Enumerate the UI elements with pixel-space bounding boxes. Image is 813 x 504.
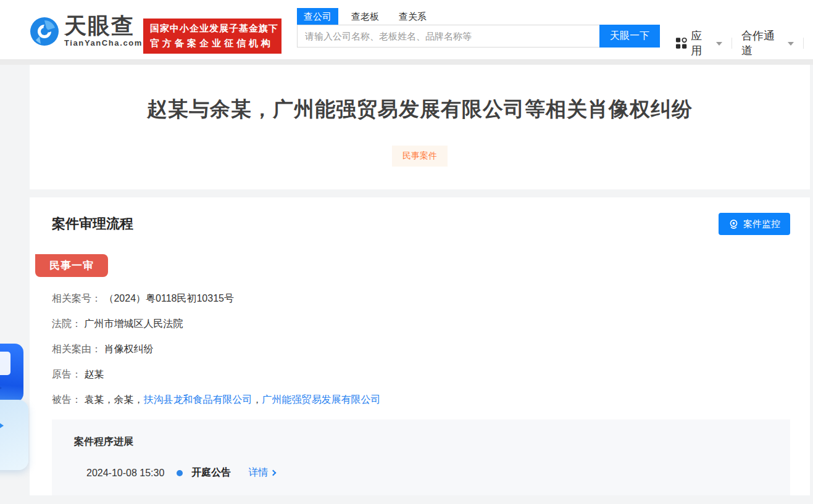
- field-cause: 相关案由： 肖像权纠纷: [52, 342, 810, 355]
- brand-certification-badge: 国家中小企业发展子基金旗下 官方备案企业征信机构: [143, 19, 281, 54]
- nav-apps[interactable]: 应用: [675, 28, 722, 58]
- logo-en: TianYanCha.com: [64, 38, 143, 48]
- nav-divider: [803, 38, 804, 49]
- header-search: 查公司 查老板 查关系 天眼一下: [297, 8, 660, 48]
- field-label: 原告：: [52, 369, 81, 379]
- case-monitor-button[interactable]: 案件监控: [719, 213, 790, 235]
- section-title: 案件审理流程: [52, 215, 133, 233]
- logo-text: 天眼查 TianYanCha.com: [64, 15, 143, 48]
- defendant-names: 袁某，余某，: [84, 394, 143, 405]
- search-input[interactable]: [297, 25, 599, 48]
- timeline-entry: 2024-10-08 15:30 开庭公告 详情: [86, 466, 790, 479]
- search-button[interactable]: 天眼一下: [599, 25, 660, 48]
- field-court: 法院： 广州市增城区人民法院: [52, 317, 810, 330]
- field-case-number: 相关案号： （2024）粤0118民初10315号: [52, 292, 810, 305]
- defendant-company-link-1[interactable]: 扶沟县龙和食品有限公司: [143, 394, 252, 405]
- nav-partner-channel[interactable]: 合作通道: [741, 28, 794, 58]
- banner-glyph: [0, 352, 10, 375]
- case-progress-panel: 案件程序进展 2024-10-08 15:30 开庭公告 详情: [52, 419, 790, 495]
- banner-shape: [0, 382, 2, 394]
- nav-partner-label: 合作通道: [741, 28, 784, 58]
- search-box: 天眼一下: [297, 25, 660, 48]
- case-type-badge: 民事案件: [392, 146, 448, 167]
- case-monitor-label: 案件监控: [743, 218, 780, 230]
- case-process-card: 案件审理流程 案件监控 民事一审 相关案号： （2024）粤0118民初1031…: [30, 197, 810, 495]
- field-value: 肖像权纠纷: [104, 344, 153, 354]
- monitor-camera-icon: [728, 219, 739, 229]
- brand-badge-line1: 国家中小企业发展子基金旗下: [150, 23, 275, 35]
- page-title: 赵某与余某，广州能强贸易发展有限公司等相关肖像权纠纷: [30, 65, 810, 123]
- defendant-separator: ，: [252, 394, 262, 405]
- case-title-card: 赵某与余某，广州能强贸易发展有限公司等相关肖像权纠纷 民事案件: [30, 65, 810, 189]
- field-label: 法院：: [52, 318, 81, 329]
- progress-title: 案件程序进展: [74, 436, 790, 448]
- chevron-right-icon: [270, 470, 277, 476]
- field-plaintiff: 原告： 赵某: [52, 368, 810, 381]
- tab-search-boss[interactable]: 查老板: [344, 8, 386, 25]
- logo-cn: 天眼查: [64, 15, 143, 37]
- timeline-dot-icon: [177, 470, 183, 476]
- chevron-down-icon: [788, 42, 794, 46]
- nav-divider: [732, 38, 732, 49]
- header-separator: [0, 59, 813, 65]
- field-defendant: 被告： 袁某，余某，扶沟县龙和食品有限公司，广州能强贸易发展有限公司: [52, 393, 810, 406]
- left-float-banner-bottom[interactable]: [0, 400, 28, 470]
- timeline-detail-link[interactable]: 详情: [248, 466, 275, 479]
- nav-apps-label: 应用: [691, 28, 712, 58]
- field-label: 被告：: [52, 394, 81, 405]
- field-value: 赵某: [84, 369, 104, 379]
- timeline-date: 2024-10-08 15:30: [86, 468, 164, 479]
- detail-link-label: 详情: [248, 466, 268, 479]
- field-value: 广州市增城区人民法院: [84, 318, 183, 329]
- brand-badge-line2: 官方备案企业征信机构: [150, 38, 275, 49]
- defendant-company-link-2[interactable]: 广州能强贸易发展有限公司: [262, 394, 380, 405]
- tab-search-relation[interactable]: 查关系: [392, 8, 433, 25]
- case-fields: 相关案号： （2024）粤0118民初10315号 法院： 广州市增城区人民法院…: [52, 292, 810, 406]
- stage-badge: 民事一审: [35, 254, 108, 277]
- field-value: （2024）粤0118民初10315号: [104, 293, 234, 304]
- chevron-down-icon: [716, 42, 722, 46]
- search-tabs: 查公司 查老板 查关系: [297, 8, 660, 25]
- tianyancha-logo[interactable]: 天眼查 TianYanCha.com: [30, 15, 143, 48]
- tianyancha-logo-icon: [30, 17, 59, 46]
- field-label: 相关案由：: [52, 344, 101, 354]
- timeline-event-type: 开庭公告: [191, 466, 231, 479]
- left-float-banner-top[interactable]: [0, 344, 23, 402]
- play-icon: [0, 419, 4, 432]
- section-header: 案件审理流程 案件监控: [30, 197, 810, 235]
- field-label: 相关案号：: [52, 293, 101, 304]
- top-header: 天眼查 TianYanCha.com 国家中小企业发展子基金旗下 官方备案企业征…: [0, 0, 813, 59]
- apps-grid-icon: [675, 37, 687, 49]
- tab-search-company[interactable]: 查公司: [297, 8, 338, 25]
- header-nav: 应用 合作通道: [675, 28, 813, 58]
